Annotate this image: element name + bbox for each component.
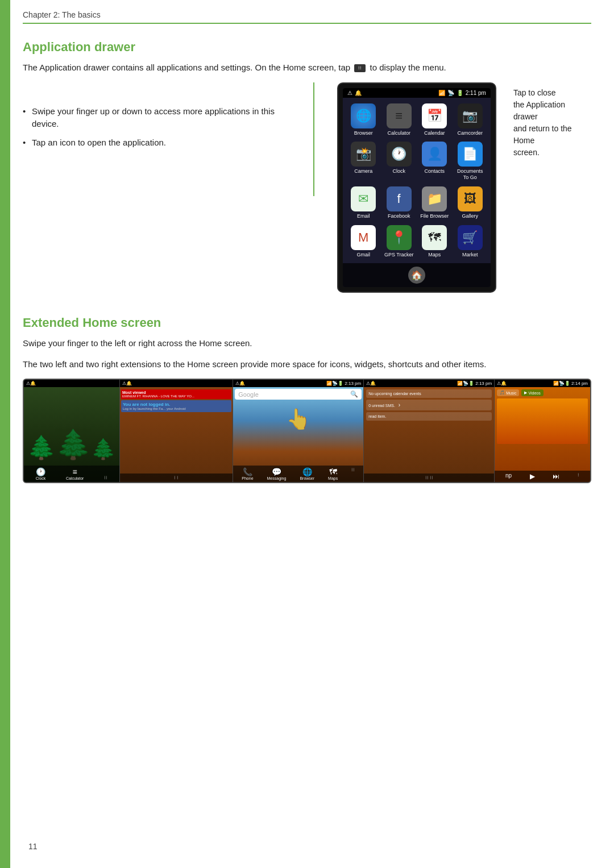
screen-panel-2: ⚠🔔 Most viewed EMINEM FT. RIHANNA - LOVE…: [120, 380, 233, 482]
sms-widget: 0 unread SMS. ›: [366, 400, 492, 410]
app-icon-maps: 🗺: [422, 225, 447, 250]
app-item-clock[interactable]: 🕐Clock: [381, 139, 416, 183]
app-item-email[interactable]: ✉Email: [346, 184, 381, 222]
extended-home-section: Extended Home screen Swipe your finger t…: [23, 315, 591, 483]
app-label-email: Email: [357, 213, 370, 219]
nature-bg: 🌲 🌲 🌲: [30, 404, 114, 461]
screen-panel-1: ⚠🔔 🌲 🌲 🌲 🕐 Clock: [24, 380, 120, 482]
panel5-dock: np ▶ ⏭ ⁞: [495, 471, 590, 482]
browser-icon: 🌐: [302, 467, 312, 476]
swipe-gesture: 👆: [235, 402, 362, 437]
calculator-icon: ≡: [73, 467, 77, 476]
chapter-title: Chapter 2: The basics: [23, 10, 101, 19]
app-label-gps-tracker: GPS Tracker: [384, 252, 414, 258]
app-drawer-section: Application drawer The Application drawe…: [23, 40, 591, 293]
app-label-browser: Browser: [354, 130, 373, 136]
home-button[interactable]: 🏠: [408, 267, 425, 284]
status-right-icons: 📶 📡 🔋 2:11 pm: [438, 90, 486, 96]
app-label-facebook: Facebook: [388, 213, 410, 219]
bullet-list: Swipe your finger up or down to access m…: [23, 105, 291, 155]
panel3-messaging: 💬 Messaging: [267, 467, 287, 480]
app-icon-camcorder: 📷: [458, 103, 483, 128]
panel4-status-left: ⚠🔔: [366, 381, 376, 386]
panel1-status-left: ⚠🔔: [26, 381, 36, 386]
app-item-calendar[interactable]: 📅Calendar: [417, 101, 452, 139]
app-label-gmail: Gmail: [356, 252, 370, 258]
videos-button[interactable]: ▶ Videos: [521, 389, 543, 396]
time-display: 2:11 pm: [466, 90, 486, 96]
panel1-clock: 🕐 Clock: [36, 467, 46, 480]
bullet-item-2: Tap an icon to open the application.: [23, 136, 291, 149]
app-icon-file-browser: 📁: [422, 186, 447, 211]
app-label-documents-to-go: Documents To Go: [454, 168, 486, 181]
app-drawer-description: The Application drawer contains all appl…: [23, 61, 591, 74]
panel4-apps-icon: ⁞⁞ ⁞⁞: [425, 475, 433, 480]
app-item-camcorder[interactable]: 📷Camcorder: [453, 101, 487, 139]
panel4-dock: ⁞⁞ ⁞⁞: [364, 474, 494, 482]
panel1-calculator: ≡ Calculator: [66, 467, 84, 480]
app-icon-gps-tracker: 📍: [387, 225, 412, 250]
messaging-icon: 💬: [272, 467, 281, 476]
calendar-widget: No upcoming calendar events: [366, 389, 492, 398]
bullet-item-1: Swipe your finger up or down to access m…: [23, 105, 291, 131]
app-item-calculator[interactable]: ≡Calculator: [381, 101, 416, 139]
app-item-gallery[interactable]: 🖼Gallery: [453, 184, 487, 222]
panel3-apps-icon: ⁞⁞: [351, 467, 355, 480]
app-item-market[interactable]: 🛒Market: [453, 223, 487, 260]
read-widget: read item.: [366, 412, 492, 421]
screen-panel-5: ⚠🔔 📶📡🔋 2:14 pm 🎵 Music ▶ Videos: [495, 380, 590, 482]
panel2-status-bar: ⚠🔔: [120, 380, 233, 387]
panel1-status-bar: ⚠🔔: [24, 380, 119, 387]
app-icon-calculator: ≡: [387, 103, 412, 128]
panel4-status-bar: ⚠🔔 📶📡🔋 2:13 pm: [364, 380, 494, 387]
app-label-file-browser: File Browser: [420, 213, 449, 219]
app-item-browser[interactable]: 🌐Browser: [346, 101, 381, 139]
menu-icon: ⁞⁞: [354, 64, 366, 72]
app-item-camera[interactable]: 📸Camera: [346, 139, 381, 183]
app-icon-camera: 📸: [351, 142, 376, 167]
facebook-widget: You are not logged in. Log in by launchi…: [121, 400, 231, 412]
panel1-apps-icon: ⁞⁞: [104, 475, 107, 480]
app-item-gps-tracker[interactable]: 📍GPS Tracker: [381, 223, 416, 260]
battery-icon: 🔋: [457, 90, 463, 96]
google-search-bar[interactable]: Google 🔍: [235, 389, 362, 400]
maps-icon: 🗺: [329, 467, 337, 476]
app-label-gallery: Gallery: [462, 213, 478, 219]
extended-home-heading: Extended Home screen: [23, 315, 591, 330]
bracket-line: [313, 82, 314, 196]
page-number: 11: [28, 842, 38, 851]
app-item-contacts[interactable]: 👤Contacts: [417, 139, 452, 183]
app-label-maps: Maps: [428, 252, 441, 258]
app-item-documents-to-go[interactable]: 📄Documents To Go: [453, 139, 487, 183]
music-button[interactable]: 🎵 Music: [497, 389, 519, 396]
panel4-status-right: 📶📡🔋 2:13 pm: [457, 381, 492, 386]
app-label-camcorder: Camcorder: [457, 130, 483, 136]
panel2-content: Most viewed EMINEM FT. RIHANNA - LOVE TH…: [120, 387, 233, 482]
app-label-market: Market: [462, 252, 478, 258]
panel3-status-right: 📶📡🔋 2:13 pm: [326, 381, 361, 386]
phone-screen: ⚠ 🔔 📶 📡 🔋 2:11 pm 🌐Browser≡Calculator📅Ca…: [343, 88, 491, 288]
panel3-maps: 🗺 Maps: [328, 467, 338, 480]
app-item-gmail[interactable]: MGmail: [346, 223, 381, 260]
app-icon-facebook: f: [387, 186, 412, 211]
app-icon-gallery: 🖼: [458, 186, 483, 211]
app-item-facebook[interactable]: fFacebook: [381, 184, 416, 222]
panel5-status-right: 📶📡🔋 2:14 pm: [553, 381, 588, 386]
app-icon-documents-to-go: 📄: [458, 142, 483, 167]
app-icon-calendar: 📅: [422, 103, 447, 128]
panel5-status-left: ⚠🔔: [497, 381, 507, 386]
left-accent-bar: [0, 0, 10, 868]
phone-mockup: ⚠ 🔔 📶 📡 🔋 2:11 pm 🌐Browser≡Calculator📅Ca…: [337, 82, 496, 293]
search-icon: 🔍: [350, 391, 358, 398]
app-item-maps[interactable]: 🗺Maps: [417, 223, 452, 260]
panel5-content: 🎵 Music ▶ Videos: [495, 387, 590, 482]
panel3-phone: 📞 Phone: [242, 467, 253, 480]
panel5-apps-icon: ⁞: [578, 472, 579, 480]
status-bar: ⚠ 🔔 📶 📡 🔋 2:11 pm: [343, 88, 491, 98]
warning-icon: ⚠: [347, 90, 352, 96]
next-icon[interactable]: ⏭: [553, 472, 559, 480]
panel1-dock: 🕐 Clock ≡ Calculator ⁞⁞: [24, 466, 119, 482]
play-icon[interactable]: ▶: [530, 472, 535, 480]
screen-panel-4: ⚠🔔 📶📡🔋 2:13 pm No upcoming calendar even…: [364, 380, 495, 482]
app-item-file-browser[interactable]: 📁File Browser: [417, 184, 452, 222]
